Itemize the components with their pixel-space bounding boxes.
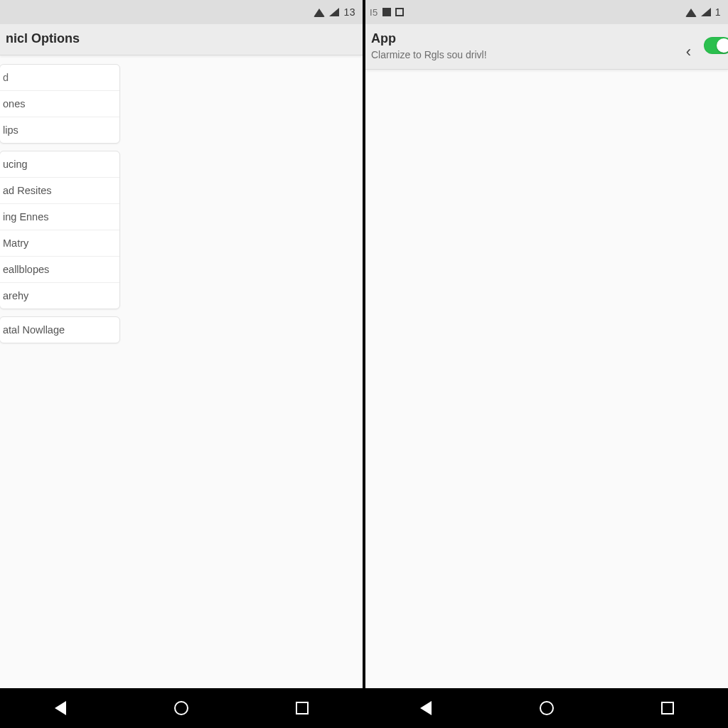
nav-home-button[interactable] xyxy=(531,692,562,724)
list-item[interactable]: atal Nowllage xyxy=(0,317,119,343)
status-clock: 13 xyxy=(343,6,355,18)
content-area[interactable] xyxy=(365,70,728,688)
page-title: nicl Options xyxy=(6,31,353,46)
page-title: App xyxy=(371,31,718,46)
home-circle-icon xyxy=(540,701,554,715)
status-bar: 13 xyxy=(0,0,363,24)
status-left: I5 xyxy=(370,7,404,18)
right-screenshot: I5 1 App Clarmize to Rgls sou drivl! ‹ xyxy=(365,0,728,728)
nav-back-button[interactable] xyxy=(45,692,76,724)
status-bar: I5 1 xyxy=(365,0,728,24)
signal-icon xyxy=(701,8,711,16)
status-clock: 1 xyxy=(715,6,721,18)
home-circle-icon xyxy=(174,701,188,715)
wifi-icon xyxy=(685,9,697,17)
notification-icon xyxy=(382,8,391,16)
recents-square-icon xyxy=(296,702,309,714)
nav-recents-button[interactable] xyxy=(652,692,683,724)
settings-card: atal Nowllage xyxy=(0,316,120,343)
page-subtitle: Clarmize to Rgls sou drivl! xyxy=(371,49,718,60)
list-item[interactable]: ad Resites xyxy=(0,177,119,203)
status-left-text: I5 xyxy=(370,7,378,18)
list-item[interactable]: ones xyxy=(0,90,119,117)
list-item[interactable]: lips xyxy=(0,117,119,143)
navigation-bar xyxy=(0,688,363,728)
chevron-left-icon: ‹ xyxy=(686,43,691,60)
back-triangle-icon xyxy=(55,701,66,715)
list-item[interactable]: Matry xyxy=(0,230,119,256)
status-icons: 1 xyxy=(685,6,721,18)
back-triangle-icon xyxy=(420,701,432,715)
nav-recents-button[interactable] xyxy=(287,692,318,724)
list-item[interactable]: ucing xyxy=(0,151,119,177)
settings-card: ucing ad Resites ing Ennes Matry eallblo… xyxy=(0,151,120,309)
nav-back-button[interactable] xyxy=(410,692,441,724)
list-item[interactable]: arehy xyxy=(0,282,119,309)
navigation-bar xyxy=(365,688,728,728)
content-area[interactable]: d ones lips ucing ad Resites ing Ennes M… xyxy=(0,55,363,688)
app-bar: App Clarmize to Rgls sou drivl! ‹ xyxy=(365,24,728,70)
settings-card: d ones lips xyxy=(0,64,120,144)
list-item[interactable]: d xyxy=(0,65,119,90)
back-button[interactable]: ‹ xyxy=(680,40,697,64)
app-bar: nicl Options xyxy=(0,24,363,55)
list-item[interactable]: ing Ennes xyxy=(0,203,119,230)
notification-icon xyxy=(395,8,404,16)
status-icons: 13 xyxy=(314,6,355,18)
recents-square-icon xyxy=(661,702,674,714)
master-toggle[interactable] xyxy=(704,37,728,54)
left-screenshot: 13 nicl Options d ones lips ucing ad Res… xyxy=(0,0,363,728)
signal-icon xyxy=(329,8,339,16)
wifi-icon xyxy=(314,9,325,17)
list-item[interactable]: eallblopes xyxy=(0,256,119,282)
nav-home-button[interactable] xyxy=(166,692,197,724)
